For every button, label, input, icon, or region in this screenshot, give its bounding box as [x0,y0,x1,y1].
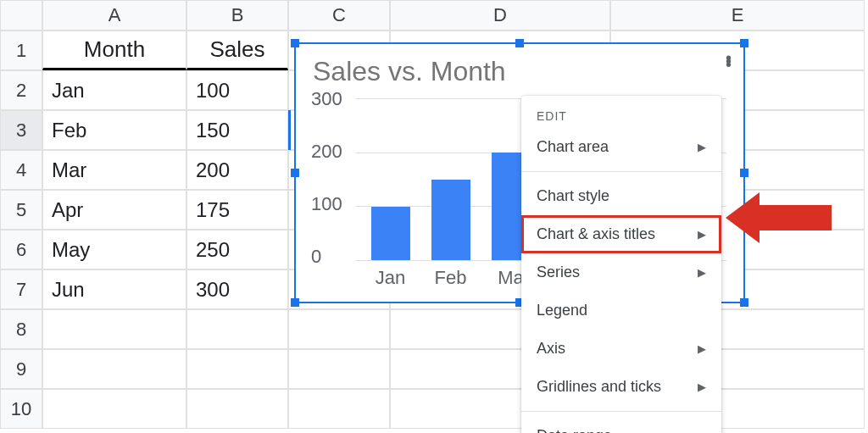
cell-C9[interactable] [288,349,390,389]
chart-bar [371,207,410,260]
cell-A8[interactable] [42,309,186,349]
resize-handle[interactable] [291,298,299,307]
cell-A5[interactable]: Apr [42,190,186,230]
y-tick-label: 200 [311,141,342,163]
cell-A6[interactable]: May [42,230,186,269]
col-header-E[interactable]: E [610,0,865,31]
col-header-D[interactable]: D [390,0,610,31]
menu-item-label: Axis [537,340,565,358]
cell-C10[interactable] [288,389,390,429]
chevron-right-icon: ▶ [698,228,706,241]
chart-title: Sales vs. Month [296,44,743,94]
resize-handle[interactable] [291,39,299,47]
row-header-8[interactable]: 8 [0,309,42,349]
y-tick-label: 0 [311,246,321,268]
annotation-arrow-icon [726,188,836,247]
menu-separator [521,171,721,172]
col-header-C[interactable]: C [288,0,390,31]
menu-section-header: EDIT [521,103,721,128]
cell-A1[interactable]: Month [42,31,186,70]
cell-B6[interactable]: 250 [186,230,288,269]
cell-C8[interactable] [288,309,390,349]
menu-item-series[interactable]: Series ▶ [521,253,721,291]
menu-item-chart-style[interactable]: Chart style [521,177,721,215]
col-header-A[interactable]: A [42,0,186,31]
x-tick-label: Jan [371,267,410,289]
col-header-B[interactable]: B [186,0,288,31]
menu-item-label: Chart & axis titles [537,225,655,243]
chevron-right-icon: ▶ [698,141,706,153]
row-header-4[interactable]: 4 [0,150,42,190]
menu-item-gridlines[interactable]: Gridlines and ticks ▶ [521,368,721,406]
row-header-9[interactable]: 9 [0,349,42,389]
menu-item-chart-area[interactable]: Chart area ▶ [521,128,721,166]
menu-item-label: Gridlines and ticks [537,378,661,396]
menu-item-label: Data range [537,427,612,433]
y-tick-label: 100 [311,193,342,215]
cell-B1[interactable]: Sales [186,31,288,70]
menu-item-data-range[interactable]: Data range [521,417,721,433]
row-header-10[interactable]: 10 [0,389,42,429]
cell-A3[interactable]: Feb [42,110,186,150]
cell-B10[interactable] [186,389,288,429]
cell-B7[interactable]: 300 [186,269,288,309]
chevron-right-icon: ▶ [698,266,706,279]
menu-item-chart-axis-titles[interactable]: Chart & axis titles ▶ [521,215,721,253]
chart-bar [431,180,470,261]
menu-item-legend[interactable]: Legend [521,291,721,330]
cell-A9[interactable] [42,349,186,389]
x-tick-label: Feb [431,267,470,289]
cell-A7[interactable]: Jun [42,269,186,309]
row-header-1[interactable]: 1 [0,31,42,70]
menu-item-label: Chart style [537,187,609,205]
resize-handle[interactable] [515,39,524,47]
cell-B8[interactable] [186,309,288,349]
cell-B3[interactable]: 150 [186,110,288,150]
menu-separator [521,411,721,412]
cell-B5[interactable]: 175 [186,190,288,230]
chart-menu-button[interactable]: ••• [726,56,732,66]
chevron-right-icon: ▶ [698,342,706,355]
row-header-7[interactable]: 7 [0,269,42,309]
cell-A2[interactable]: Jan [42,70,186,110]
menu-item-label: Series [537,264,580,281]
row-header-2[interactable]: 2 [0,70,42,110]
svg-marker-0 [726,192,832,243]
chart-edit-menu: EDIT Chart area ▶ Chart style Chart & ax… [521,96,721,433]
cell-A10[interactable] [42,389,186,429]
grid-corner[interactable] [0,0,42,31]
y-tick-label: 300 [311,88,342,110]
cell-A4[interactable]: Mar [42,150,186,190]
cell-B9[interactable] [186,349,288,389]
row-header-6[interactable]: 6 [0,230,42,269]
cell-B4[interactable]: 200 [186,150,288,190]
menu-item-label: Legend [537,302,587,319]
cell-B2[interactable]: 100 [186,70,288,110]
resize-handle[interactable] [740,298,748,307]
menu-item-axis[interactable]: Axis ▶ [521,330,721,368]
row-header-3[interactable]: 3 [0,110,42,150]
row-header-5[interactable]: 5 [0,190,42,230]
resize-handle[interactable] [740,39,748,47]
menu-item-label: Chart area [537,138,609,156]
chevron-right-icon: ▶ [698,380,706,393]
